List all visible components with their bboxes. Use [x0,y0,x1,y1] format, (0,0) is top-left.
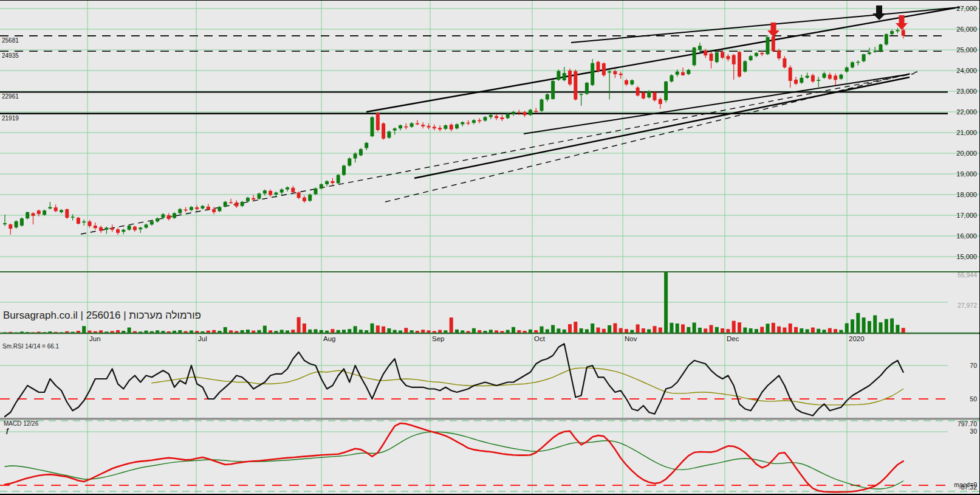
svg-text:-87.32: -87.32 [959,483,977,491]
svg-text:50: 50 [970,395,977,403]
chart-window: 27,00026,00025,00024,00023,00022,00021,0… [0,0,980,495]
svg-text:27,972: 27,972 [958,302,977,309]
macd-indicator-label: MACD 12/26 [4,420,38,427]
svg-text:797.70: 797.70 [958,420,977,428]
macd-function-icon: ƒ [5,427,9,434]
svg-text:Jun: Jun [89,335,101,342]
svg-text:23,000: 23,000 [956,88,977,95]
svg-text:Jul: Jul [198,335,207,342]
svg-text:21,000: 21,000 [956,129,977,136]
rsi-indicator-label: Sm.RSI 14/14 = 66.1 [2,343,59,350]
svg-text:30: 30 [970,428,977,435]
trendlines [81,7,960,234]
price-level-lines [0,36,948,114]
svg-text:15,000: 15,000 [956,253,977,260]
svg-text:24,000: 24,000 [956,67,977,74]
svg-text:16,000: 16,000 [956,232,977,240]
svg-text:20,000: 20,000 [956,150,977,157]
month-axis-labels: JunJulAugSepOctNovDec2020 [89,335,865,342]
svg-text:Dec: Dec [727,335,739,342]
svg-text:Nov: Nov [625,335,637,342]
svg-text:19,000: 19,000 [956,170,977,178]
macd-layer [0,423,948,492]
annotation-arrows [767,5,908,37]
chart-title: Bursagraph.co.il | 256016 | פורמולה מערכ… [3,310,201,322]
svg-text:21919: 21919 [2,115,19,122]
svg-text:22,000: 22,000 [956,108,977,116]
rsi-layer [0,344,948,417]
svg-text:22961: 22961 [2,93,19,100]
svg-text:25681: 25681 [2,37,19,44]
candles-layer [3,28,905,235]
svg-text:Oct: Oct [534,335,546,342]
svg-text:55,944: 55,944 [958,271,977,279]
svg-text:17,000: 17,000 [956,212,977,219]
black-down-arrow [872,5,886,20]
svg-text:25,000: 25,000 [956,46,977,54]
svg-text:26,000: 26,000 [956,26,977,33]
svg-text:2020: 2020 [849,335,865,342]
svg-text:18,000: 18,000 [956,191,977,198]
svg-text:70: 70 [970,362,977,369]
grid-layer [0,9,980,432]
svg-text:Aug: Aug [323,335,335,342]
svg-text:Sep: Sep [432,335,444,342]
svg-text:27,000: 27,000 [956,5,977,12]
svg-text:24935: 24935 [2,52,19,59]
stock-chart-canvas[interactable]: 27,00026,00025,00024,00023,00022,00021,0… [0,1,980,495]
